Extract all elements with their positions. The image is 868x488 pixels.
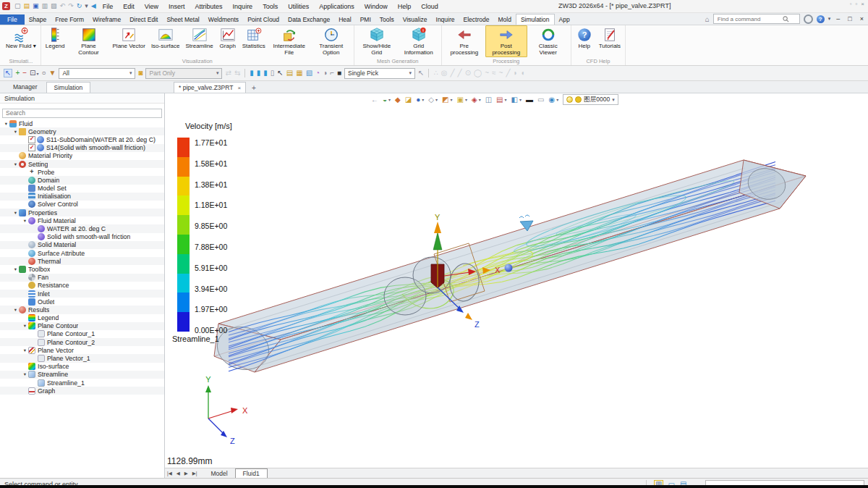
session-icon[interactable]: ◔ <box>315 70 320 77</box>
tree-item-surface-attribute[interactable]: Surface Attribute <box>0 249 164 257</box>
quickbar-caret-icon[interactable]: ▾ <box>85 3 88 9</box>
float-icon-2[interactable]: × <box>861 1 864 7</box>
ribbon-tab-weldments[interactable]: Weldments <box>204 14 243 25</box>
tree-item-initialisation[interactable]: Initialisation <box>0 193 164 201</box>
ribbon-tab-free-form[interactable]: Free Form <box>51 14 88 25</box>
ribbon-button-plane-contour[interactable]: Plane Contour <box>68 25 110 57</box>
tree-display-icon[interactable]: ◧ <box>511 96 518 104</box>
clip-y-icon[interactable]: ▮ <box>257 70 261 77</box>
home-icon[interactable]: ⌂ <box>705 15 710 23</box>
material-icon[interactable]: ◪ <box>405 96 412 104</box>
folder-view-icon[interactable]: ▧ <box>306 70 312 77</box>
entity-filter-combo[interactable]: All▾ <box>59 68 135 79</box>
menu-applications[interactable]: Applications <box>314 3 359 10</box>
layer-combo[interactable]: 图层0000 ▾ <box>563 94 618 105</box>
tree-item-fluid[interactable]: ▾Fluid <box>0 119 164 127</box>
panel-tab-simulation[interactable]: Simulation <box>46 82 91 93</box>
lasso-icon[interactable]: ○ <box>41 70 46 77</box>
menu-view[interactable]: View <box>140 3 163 10</box>
exit-view-icon[interactable]: ← <box>371 96 378 104</box>
expand-arrow-icon[interactable]: ▾ <box>3 121 9 127</box>
ribbon-tab-direct-edit[interactable]: Direct Edit <box>125 14 162 25</box>
tree-search-input[interactable] <box>2 109 162 118</box>
tree-item-streamline[interactable]: ▾Streamline <box>0 371 164 379</box>
menu-insert[interactable]: Insert <box>163 3 190 10</box>
undo-icon[interactable]: ↶ <box>60 3 66 9</box>
ribbon-button-grid-information[interactable]: Grid Information <box>398 25 440 57</box>
ribbon-tab-shape[interactable]: Shape <box>25 14 51 25</box>
viewport-3d-scene[interactable]: Y X Z <box>165 93 868 468</box>
sheet-nav-1[interactable]: ◀ <box>174 471 182 476</box>
paint-icon[interactable]: ◆ <box>395 96 401 104</box>
segment-tool-icon[interactable]: ╱ <box>506 70 510 77</box>
polyline-tool-icon[interactable]: ╱ <box>458 70 462 77</box>
tree-item-setting[interactable]: ▾Setting <box>0 160 164 168</box>
document-close-icon[interactable]: × <box>237 85 241 91</box>
tree-item-properties[interactable]: ▾Properties <box>0 209 164 216</box>
expand-arrow-icon[interactable]: ▾ <box>22 348 28 353</box>
ribbon-tab-app[interactable]: App <box>555 14 574 25</box>
filter-icon[interactable]: ▼ <box>49 70 56 77</box>
ribbon-button-transient-option[interactable]: Transient Option <box>310 25 352 57</box>
ribbon-button-statistics[interactable]: Statistics <box>239 25 268 57</box>
tree-item-iso-surface[interactable]: Iso-surface <box>0 363 164 371</box>
ribbon-button-post-processing[interactable]: Post processing <box>485 25 527 57</box>
clip-x-icon[interactable]: ▮ <box>250 70 254 77</box>
float-icon-1[interactable]: ▫ <box>855 1 857 7</box>
tree-item-fan[interactable]: Fan <box>0 274 164 282</box>
tree-item-streamline-1[interactable]: Streamline_1 <box>0 379 164 387</box>
ribbon-button-pre-processing[interactable]: Pre processing <box>443 25 485 57</box>
expand-arrow-icon[interactable]: ▾ <box>22 218 28 224</box>
ribbon-tab-wireframe[interactable]: Wireframe <box>88 14 125 25</box>
tree-item-plane-contour-1[interactable]: Plane Contour_1 <box>0 330 164 338</box>
sheet-tab-model[interactable]: Model <box>203 468 234 478</box>
redo-icon[interactable]: ↷ <box>68 3 74 9</box>
tree-item-domain[interactable]: Domain <box>0 176 164 184</box>
gear-icon[interactable] <box>804 14 813 24</box>
lens-icon[interactable]: ◉ <box>549 96 556 104</box>
background-icon[interactable]: ▣ <box>456 96 463 104</box>
spline-tool-icon[interactable]: ~ <box>485 70 489 77</box>
tree-item-probe[interactable]: +Probe <box>0 168 164 176</box>
tree-item-material-priority[interactable]: Material Priority <box>0 152 164 160</box>
add-document-tab-button[interactable]: + <box>252 84 256 93</box>
display-mode-icon[interactable]: ● <box>416 96 420 104</box>
wireframe-icon[interactable]: ◇ <box>428 96 434 104</box>
pick-mode-combo[interactable]: Single Pick▾ <box>344 68 415 79</box>
tree-item-s14-solid-with-smooth-wall-friction[interactable]: ✓S14(Solid with smooth-wall friction) <box>0 144 164 152</box>
float-icon-0[interactable]: ◦ <box>850 1 852 7</box>
graphics-viewport[interactable]: Y X Z <box>165 93 868 478</box>
close-button[interactable]: × <box>858 16 866 22</box>
ribbon-tab-heal[interactable]: Heal <box>334 14 355 25</box>
clip-off-icon[interactable]: ▯ <box>271 70 275 77</box>
flag-icon[interactable]: ⌐ <box>330 70 334 77</box>
orientation-triad[interactable]: Y X Z <box>205 375 248 445</box>
layout-icon[interactable]: ▤ <box>496 96 503 104</box>
tree-item-plane-vector[interactable]: ▾Plane Vector <box>0 346 164 354</box>
regen-icon[interactable]: ↻ <box>77 3 82 9</box>
tree-item-toolbox[interactable]: ▾Toolbox <box>0 265 164 273</box>
pick-arrow-icon[interactable]: ↖ <box>418 70 424 77</box>
arc-tool-icon[interactable]: ~ <box>499 70 503 77</box>
ribbon-button-show-hide-grid[interactable]: Show/Hide Grid <box>356 25 398 57</box>
ribbon-tab-point-cloud[interactable]: Point Cloud <box>243 14 284 25</box>
panel-tab-manager[interactable]: Manager <box>6 82 45 93</box>
ribbon-tab-sheet-metal[interactable]: Sheet Metal <box>162 14 203 25</box>
tree-item-plane-contour-2[interactable]: Plane Contour_2 <box>0 338 164 346</box>
tree-item-solver-control[interactable]: Solver Control <box>0 201 164 209</box>
save-icon[interactable]: ▣ <box>33 3 39 9</box>
clip-z-icon[interactable]: ▮ <box>263 70 268 77</box>
sheet-nav-3[interactable]: ▶| <box>190 471 200 476</box>
black-view-icon[interactable]: ▬ <box>526 96 533 104</box>
print-icon[interactable]: ▥ <box>42 3 48 9</box>
sheet-nav-0[interactable]: |◀ <box>165 471 174 476</box>
menu-tools[interactable]: Tools <box>258 3 283 10</box>
tree-item-plane-vector-1[interactable]: Plane Vector_1 <box>0 354 164 362</box>
orient-icon[interactable]: ◈ <box>472 96 477 104</box>
remove-select-icon[interactable]: − <box>22 70 27 77</box>
tree-item-thermal[interactable]: Thermal <box>0 257 164 265</box>
ribbon-button-plane-vector[interactable]: Plane Vector <box>110 25 148 57</box>
pick-region-icon[interactable]: ⊡ <box>30 70 35 77</box>
tree-item-solid-with-smooth-wall-friction[interactable]: Solid with smooth-wall friction <box>0 233 164 241</box>
help-icon[interactable]: ? <box>817 15 825 23</box>
